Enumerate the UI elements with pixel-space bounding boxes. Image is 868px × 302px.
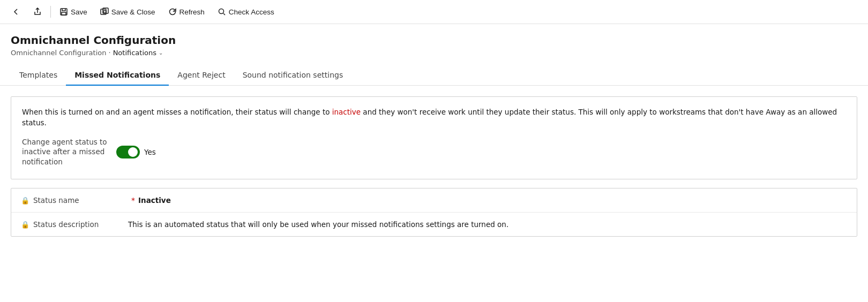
back-button[interactable] bbox=[6, 4, 26, 19]
info-text: When this is turned on and an agent miss… bbox=[22, 107, 846, 129]
share-button[interactable] bbox=[28, 4, 47, 19]
check-access-button[interactable]: Check Access bbox=[212, 4, 280, 19]
info-text-highlight: inactive bbox=[332, 108, 361, 116]
toggle-label: Change agent status to inactive after a … bbox=[22, 137, 108, 168]
toggle-track bbox=[116, 146, 140, 158]
page-header: Omnichannel Configuration Omnichannel Co… bbox=[0, 24, 868, 60]
toolbar-divider bbox=[50, 6, 51, 18]
toggle-yes-label: Yes bbox=[144, 148, 156, 156]
save-close-label: Save & Close bbox=[111, 8, 155, 16]
toggle-thumb bbox=[128, 147, 138, 157]
check-access-icon bbox=[218, 7, 226, 16]
required-star: * bbox=[131, 196, 135, 205]
back-icon bbox=[12, 7, 20, 16]
refresh-label: Refresh bbox=[179, 8, 205, 16]
save-label: Save bbox=[71, 8, 87, 16]
page-title: Omnichannel Configuration bbox=[11, 34, 857, 47]
refresh-icon bbox=[168, 7, 177, 16]
toggle-row: Change agent status to inactive after a … bbox=[22, 137, 846, 168]
status-description-label-cell: 🔒 Status description bbox=[21, 220, 128, 229]
breadcrumb-root[interactable]: Omnichannel Configuration bbox=[11, 49, 106, 57]
svg-point-3 bbox=[219, 9, 223, 14]
status-name-value: Inactive bbox=[138, 196, 171, 205]
status-table: 🔒 Status name * Inactive 🔒 Status descri… bbox=[11, 188, 857, 237]
status-name-label: Status name bbox=[33, 196, 79, 205]
check-access-label: Check Access bbox=[229, 8, 274, 16]
status-description-label: Status description bbox=[33, 220, 99, 229]
tabs: Templates Missed Notifications Agent Rej… bbox=[0, 65, 868, 86]
breadcrumb-sep: · bbox=[108, 49, 110, 57]
breadcrumb: Omnichannel Configuration · Notification… bbox=[11, 49, 857, 57]
toggle-area: Yes bbox=[116, 146, 156, 158]
lock-icon: 🔒 bbox=[21, 197, 29, 205]
save-button[interactable]: Save bbox=[54, 4, 93, 19]
table-row: 🔒 Status description This is an automate… bbox=[11, 213, 857, 236]
lock-icon: 🔒 bbox=[21, 221, 29, 229]
tab-templates[interactable]: Templates bbox=[11, 65, 66, 86]
tab-sound-notification-settings[interactable]: Sound notification settings bbox=[234, 65, 352, 86]
info-text-plain: When this is turned on and an agent miss… bbox=[22, 108, 332, 116]
chevron-down-icon[interactable]: ⌄ bbox=[159, 50, 163, 56]
save-close-button[interactable]: Save & Close bbox=[95, 4, 161, 19]
status-description-value: This is an automated status that will on… bbox=[128, 220, 508, 229]
save-icon bbox=[59, 7, 68, 16]
breadcrumb-current: Notifications bbox=[113, 49, 156, 57]
tab-missed-notifications[interactable]: Missed Notifications bbox=[66, 65, 169, 86]
info-box: When this is turned on and an agent miss… bbox=[11, 96, 857, 179]
save-close-icon bbox=[100, 7, 109, 16]
refresh-button[interactable]: Refresh bbox=[163, 4, 210, 19]
content: When this is turned on and an agent miss… bbox=[0, 86, 868, 247]
status-name-label-cell: 🔒 Status name bbox=[21, 196, 128, 205]
tab-agent-reject[interactable]: Agent Reject bbox=[169, 65, 234, 86]
table-row: 🔒 Status name * Inactive bbox=[11, 188, 857, 213]
toggle-switch[interactable] bbox=[116, 146, 140, 158]
toolbar: Save Save & Close Refresh Check Access bbox=[0, 0, 868, 24]
share-icon bbox=[33, 7, 42, 16]
